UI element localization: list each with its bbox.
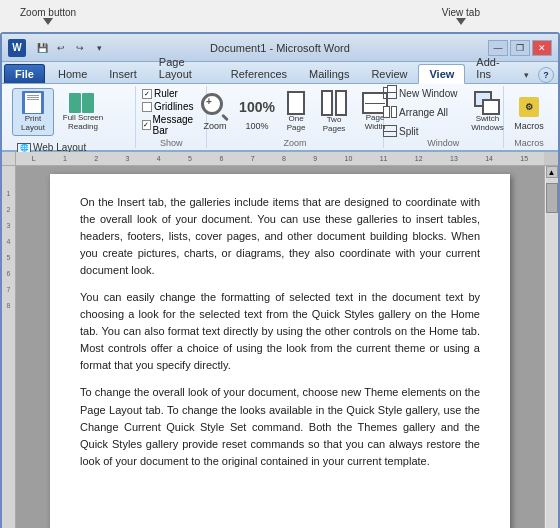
zoom-label: Zoom [284, 136, 307, 148]
full-screen-reading-btn[interactable]: Full ScreenReading [58, 88, 108, 136]
arrange-icon [383, 106, 397, 118]
full-screen-icon [69, 93, 97, 113]
ruler-vertical: 1 2 3 4 5 6 7 8 [2, 166, 16, 528]
zoom-button[interactable]: + Zoom [196, 88, 234, 136]
ribbon-group-macros: ⚙ Macros Macros [504, 86, 554, 148]
zoom-button-arrow [43, 18, 53, 25]
switch-windows-btn[interactable]: SwitchWindows [466, 88, 508, 136]
new-window-btn[interactable]: New Window [378, 84, 462, 102]
new-window-icon [383, 87, 397, 99]
two-pages-btn[interactable]: TwoPages [316, 88, 352, 136]
view-tab-annotation: View tab [442, 7, 480, 25]
zoom-icon: + [201, 93, 229, 121]
scroll-thumb[interactable] [546, 183, 558, 213]
ribbon-toggle-btn[interactable]: ▾ [518, 67, 534, 83]
tab-home[interactable]: Home [47, 64, 98, 83]
one-page-btn[interactable]: OnePage [280, 88, 312, 136]
arrange-all-btn[interactable]: Arrange All [378, 103, 462, 121]
print-layout-icon [22, 91, 44, 114]
ribbon-group-doc-views: PrintLayout Full ScreenReading 🌐 [6, 86, 136, 148]
show-msgbar-check[interactable]: ✓ Message Bar [142, 114, 200, 136]
redo-qa-btn[interactable]: ↪ [72, 40, 88, 56]
tab-page-layout[interactable]: Page Layout [148, 52, 220, 83]
zoom-100-button[interactable]: 100% 100% [238, 88, 276, 136]
ruler-area: L 1 2 3 4 5 6 7 8 9 10 11 12 13 [2, 152, 558, 166]
ribbon-content: PrintLayout Full ScreenReading 🌐 [2, 84, 558, 152]
ribbon-group-window: New Window Arrange All [384, 86, 504, 148]
tab-references[interactable]: References [220, 64, 298, 83]
scrollbar-corner-top [544, 152, 558, 166]
quick-access-toolbar: 💾 ↩ ↪ ▾ [34, 40, 107, 56]
title-bar-left: W 💾 ↩ ↪ ▾ [8, 39, 107, 57]
tab-file[interactable]: File [4, 64, 45, 83]
ribbon-tabs: File Home Insert Page Layout References … [2, 62, 558, 84]
save-qa-btn[interactable]: 💾 [34, 40, 50, 56]
paragraph-3: To change the overall look of your docum… [80, 384, 480, 469]
scroll-up-btn[interactable]: ▲ [546, 166, 558, 178]
ruler-corner [2, 152, 16, 166]
macros-button[interactable]: ⚙ Macros [507, 88, 551, 136]
tab-addins[interactable]: Add-Ins [465, 52, 518, 83]
view-tab-arrow [456, 18, 466, 25]
scroll-track[interactable] [546, 178, 558, 528]
document-page: On the Insert tab, the galleries include… [50, 174, 510, 528]
tab-view[interactable]: View [418, 64, 465, 84]
show-label: Show [160, 136, 183, 148]
document-area: L 1 2 3 4 5 6 7 8 9 10 11 12 13 [2, 152, 558, 528]
macros-icon: ⚙ [515, 93, 543, 121]
show-ruler-check[interactable]: ✓ Ruler [142, 88, 200, 99]
ruler-horizontal: L 1 2 3 4 5 6 7 8 9 10 11 12 13 [16, 152, 544, 166]
tab-review[interactable]: Review [360, 64, 418, 83]
zoom-100-icon: 100% [239, 93, 275, 121]
scrollbar-vertical[interactable]: ▲ ▼ [544, 166, 558, 528]
paragraph-2: You can easily change the formatting of … [80, 289, 480, 374]
window-title: Document1 - Microsoft Word [210, 42, 350, 54]
close-button[interactable]: ✕ [532, 40, 552, 56]
tab-insert[interactable]: Insert [98, 64, 148, 83]
macros-label: Macros [514, 136, 544, 148]
ribbon-group-zoom: + Zoom 100% 100% OnePage [207, 86, 383, 148]
help-btn[interactable]: ? [538, 67, 554, 83]
app-outer: Zoom button View tab W 💾 ↩ ↪ ▾ [0, 0, 560, 528]
word-icon: W [8, 39, 26, 57]
qa-dropdown[interactable]: ▾ [91, 40, 107, 56]
zoom-button-annotation: Zoom button [20, 7, 76, 25]
one-page-icon [287, 91, 305, 115]
split-icon [383, 125, 397, 137]
show-gridlines-check[interactable]: Gridlines [142, 101, 200, 112]
app-window: W 💾 ↩ ↪ ▾ Document1 - Microsoft Word — ❐… [0, 32, 560, 528]
main-content: 1 2 3 4 5 6 7 8 On the Insert tab, the g… [2, 166, 558, 528]
print-layout-btn[interactable]: PrintLayout [12, 88, 54, 136]
window-label: Window [427, 136, 459, 148]
tab-mailings[interactable]: Mailings [298, 64, 360, 83]
undo-qa-btn[interactable]: ↩ [53, 40, 69, 56]
switch-icon [474, 91, 500, 115]
two-pages-icon [321, 90, 347, 116]
page-area[interactable]: On the Insert tab, the galleries include… [16, 166, 544, 528]
paragraph-1: On the Insert tab, the galleries include… [80, 194, 480, 279]
